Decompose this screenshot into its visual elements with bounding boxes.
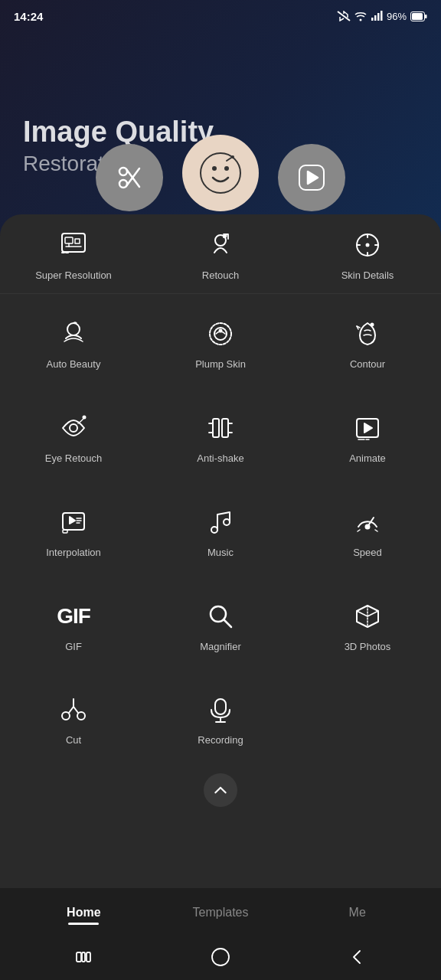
svg-point-52 <box>224 519 230 525</box>
animate-svg <box>354 414 381 442</box>
3d-svg <box>354 603 381 630</box>
collapse-handle[interactable] <box>0 767 441 816</box>
skin-details-svg <box>354 231 381 259</box>
svg-marker-18 <box>308 172 318 184</box>
back-arrow-icon <box>348 947 368 967</box>
auto-beauty-label: Auto Beauty <box>47 358 101 371</box>
tab-home-underline <box>68 923 99 925</box>
battery-icon <box>410 11 427 21</box>
system-recents-button[interactable] <box>68 942 99 972</box>
svg-rect-5 <box>381 11 383 21</box>
interpolation-svg <box>60 508 87 536</box>
speed-svg <box>354 508 381 536</box>
retouch-label: Retouch <box>202 270 239 283</box>
svg-point-54 <box>366 524 370 528</box>
tool-super-resolution[interactable]: Super Resolution <box>0 214 147 293</box>
tool-auto-beauty[interactable]: Auto Beauty <box>0 303 147 382</box>
system-nav <box>0 937 441 980</box>
svg-rect-2 <box>371 18 374 21</box>
system-home-button[interactable] <box>205 942 236 972</box>
svg-point-15 <box>224 166 229 171</box>
svg-point-28 <box>210 323 231 345</box>
tab-templates-underline <box>205 923 236 925</box>
recents-icon <box>74 947 93 967</box>
magnifier-label: Magnifier <box>200 641 240 654</box>
speed-icon <box>351 505 384 539</box>
svg-point-51 <box>211 527 217 533</box>
gif-icon: GIF <box>57 599 90 633</box>
tab-templates[interactable]: Templates <box>152 906 289 925</box>
plump-skin-svg <box>207 320 234 348</box>
carousel-icon-smiley <box>182 135 259 211</box>
svg-point-70 <box>212 949 229 965</box>
gif-label: GIF <box>65 641 82 654</box>
carousel-area: Video Editing Video Retouching Auto <box>0 61 441 230</box>
svg-rect-67 <box>77 952 81 962</box>
animate-icon <box>351 411 384 445</box>
tool-plump-skin[interactable]: Plump Skin <box>147 303 294 382</box>
svg-rect-64 <box>215 699 226 714</box>
tool-interpolation[interactable]: Interpolation <box>0 492 147 570</box>
tool-empty <box>294 679 441 758</box>
tool-animate[interactable]: Animate <box>294 397 441 476</box>
speed-label: Speed <box>353 547 382 560</box>
tools-row-1: Auto Beauty Plump Skin <box>0 294 441 388</box>
contour-icon <box>351 317 384 351</box>
tools-row-4: GIF GIF Magnifier 3D Pho <box>0 577 441 671</box>
mute-icon <box>337 11 351 21</box>
play-icon <box>296 162 327 193</box>
chevron-up-icon <box>213 782 228 798</box>
tool-gif[interactable]: GIF GIF <box>0 586 147 665</box>
svg-point-16 <box>231 155 234 158</box>
svg-line-56 <box>375 530 377 531</box>
tool-cut[interactable]: Cut <box>0 679 147 758</box>
tool-3d-photos[interactable]: 3D Photos <box>294 586 441 665</box>
system-back-button[interactable] <box>342 942 373 972</box>
tool-contour[interactable]: Contour <box>294 303 441 382</box>
cut-label: Cut <box>66 734 81 747</box>
svg-point-1 <box>359 19 361 21</box>
music-icon <box>204 505 237 539</box>
plump-skin-label: Plump Skin <box>195 358 246 371</box>
interpolation-icon <box>57 505 90 539</box>
tools-row-2: Eye Retouch Anti-shake <box>0 388 441 482</box>
home-circle-icon <box>211 947 230 967</box>
tab-me-underline <box>342 923 373 925</box>
super-resolution-label: Super Resolution <box>35 270 112 283</box>
svg-marker-46 <box>70 517 75 524</box>
magnifier-icon <box>204 599 237 633</box>
tool-music[interactable]: Music <box>147 492 294 570</box>
anti-shake-icon <box>204 411 237 445</box>
svg-rect-3 <box>374 15 377 21</box>
svg-rect-8 <box>412 13 423 20</box>
tab-home-label: Home <box>67 906 100 920</box>
3d-photos-icon <box>351 599 384 633</box>
status-icons: 96% <box>337 11 427 22</box>
tools-row-5: Cut Recording <box>0 670 441 764</box>
tool-magnifier[interactable]: Magnifier <box>147 586 294 665</box>
top-tools-row: Super Resolution Retouch <box>0 214 441 294</box>
anti-shake-svg <box>207 414 234 442</box>
carousel-icon-scissors <box>96 144 163 211</box>
collapse-button[interactable] <box>204 773 237 807</box>
anti-shake-label: Anti-shake <box>197 452 243 466</box>
tool-eye-retouch[interactable]: Eye Retouch <box>0 397 147 476</box>
magnifier-svg <box>207 603 234 630</box>
svg-line-58 <box>224 619 231 627</box>
retouch-svg <box>207 231 234 259</box>
status-bar: 14:24 96% <box>0 0 441 29</box>
svg-point-32 <box>70 424 77 432</box>
tool-retouch[interactable]: Retouch <box>147 214 294 293</box>
svg-line-55 <box>358 530 360 531</box>
tab-home[interactable]: Home <box>15 906 152 925</box>
svg-point-13 <box>201 153 240 193</box>
tool-skin-details[interactable]: Skin Details <box>294 214 441 293</box>
tool-recording[interactable]: Recording <box>147 679 294 758</box>
svg-point-24 <box>224 235 227 237</box>
plump-skin-icon <box>204 317 237 351</box>
tool-anti-shake[interactable]: Anti-shake <box>147 397 294 476</box>
tab-me[interactable]: Me <box>289 906 426 925</box>
scissors-icon <box>114 162 145 193</box>
svg-point-31 <box>371 323 374 325</box>
tool-speed[interactable]: Speed <box>294 492 441 570</box>
